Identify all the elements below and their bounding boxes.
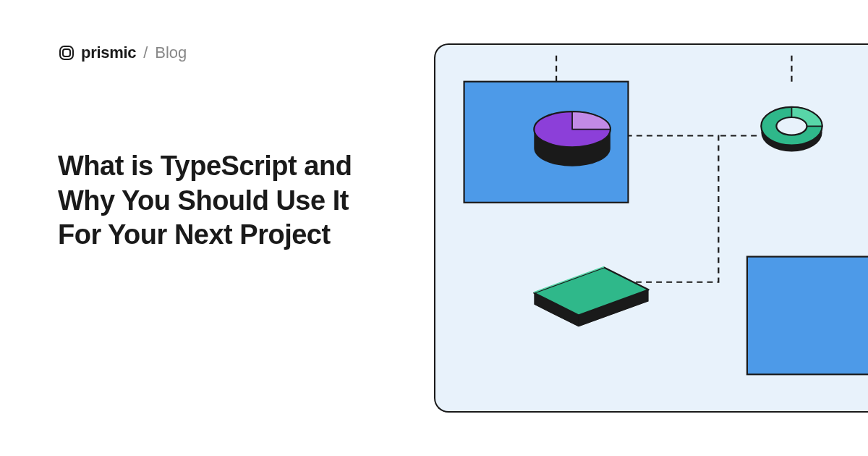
green-ring-icon	[761, 107, 822, 152]
blue-rect-bottom-icon	[747, 257, 868, 375]
header: prismic / Blog	[58, 43, 405, 62]
brand-name: prismic	[81, 43, 136, 62]
prismic-logo-icon	[58, 44, 75, 62]
left-content-panel: prismic / Blog What is TypeScript and Wh…	[0, 0, 434, 456]
breadcrumb-separator: /	[143, 43, 148, 62]
decorative-illustration	[435, 45, 868, 411]
right-illustration-panel	[434, 0, 868, 456]
brand-logo-group: prismic	[58, 43, 136, 62]
svg-rect-1	[63, 49, 70, 56]
svg-rect-0	[60, 46, 73, 59]
page-container: prismic / Blog What is TypeScript and Wh…	[0, 0, 868, 456]
purple-cylinder-icon	[534, 111, 610, 166]
article-headline: What is TypeScript and Why You Should Us…	[58, 149, 362, 253]
illustration-frame	[434, 43, 868, 413]
green-book-icon	[534, 266, 648, 327]
section-label: Blog	[155, 43, 187, 62]
